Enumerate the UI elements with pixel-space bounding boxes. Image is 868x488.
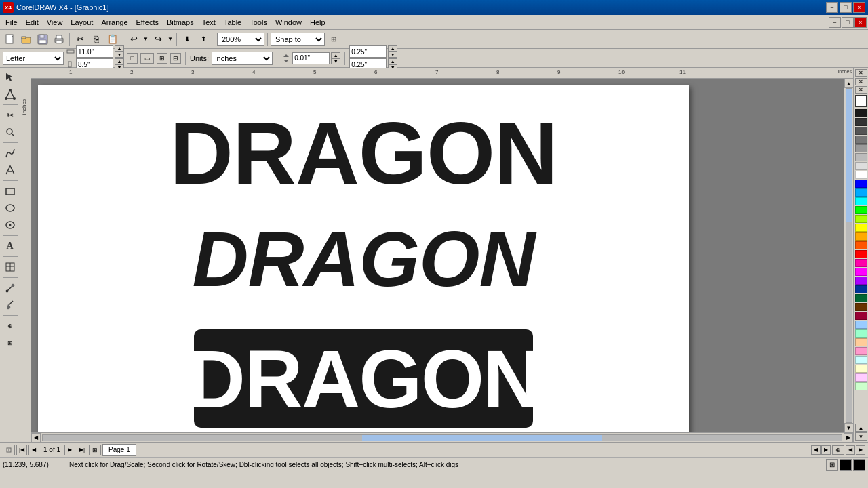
status-color-black[interactable] [840, 459, 852, 471]
bleed-icon[interactable]: ⊟ [170, 53, 181, 64]
snap-to-select[interactable]: Snap to [271, 33, 325, 46]
undo-dropdown[interactable]: ▼ [142, 32, 149, 47]
rectangle-tool[interactable] [2, 183, 18, 199]
page-grid-button[interactable]: ⊞ [89, 445, 101, 455]
color-swatch[interactable] [855, 382, 867, 390]
menu-edit[interactable]: Edit [22, 17, 43, 28]
color-swatch[interactable] [855, 127, 867, 135]
color-swatch[interactable] [855, 259, 867, 267]
page-tab-1[interactable]: Page 1 [102, 444, 136, 456]
palette-x-button[interactable]: ✕ [855, 69, 867, 77]
paintbucket-tool[interactable] [2, 297, 18, 313]
color-swatch[interactable] [855, 118, 867, 126]
paste-button[interactable]: 📋 [105, 32, 120, 47]
menu-file[interactable]: File [1, 17, 22, 28]
vscroll-up-button[interactable]: ▲ [844, 79, 854, 88]
polygon-tool[interactable] [2, 217, 18, 233]
undo-button[interactable]: ↩ [126, 32, 141, 47]
page-first-button[interactable]: |◀ [16, 445, 27, 455]
color-swatch[interactable] [855, 356, 867, 364]
redo-button[interactable]: ↪ [151, 32, 165, 47]
color-swatch[interactable] [855, 232, 867, 241]
save-button[interactable] [35, 32, 50, 47]
portrait-icon[interactable]: □ [127, 53, 138, 64]
inner-restore[interactable]: □ [842, 17, 854, 28]
palette-close-button[interactable]: ✕ [855, 78, 867, 85]
color-swatch[interactable] [855, 321, 867, 329]
page-nav-right[interactable]: ▶ [856, 445, 865, 455]
copy-button[interactable]: ⎘ [89, 32, 104, 47]
page-size-select[interactable]: Letter A4 Legal [3, 52, 64, 65]
menu-help[interactable]: Help [306, 17, 330, 28]
canvas-area[interactable]: 1 2 3 4 5 6 7 8 9 10 11 inches inches [20, 68, 853, 442]
extrude-tool[interactable]: ⊞ [2, 335, 18, 351]
color-swatch[interactable] [855, 250, 867, 258]
hscroll-thumb[interactable] [362, 435, 601, 441]
units-select[interactable]: inches mm cm pixels [212, 52, 273, 65]
current-fill-swatch[interactable] [855, 95, 867, 107]
ellipse-tool[interactable] [2, 200, 18, 216]
color-swatch[interactable] [855, 136, 867, 144]
menu-bitmaps[interactable]: Bitmaps [163, 17, 198, 28]
menu-table[interactable]: Table [220, 17, 245, 28]
inner-minimize[interactable]: − [829, 17, 841, 28]
crop-tool[interactable]: ✂ [2, 107, 18, 123]
color-swatch[interactable] [855, 241, 867, 249]
smart-draw-tool[interactable] [2, 162, 18, 178]
color-swatch[interactable] [855, 162, 867, 170]
color-swatch[interactable] [855, 338, 867, 346]
import-button[interactable]: ⬇ [180, 32, 195, 47]
color-swatch[interactable] [855, 365, 867, 373]
hscroll-left-button[interactable]: ◀ [31, 433, 41, 443]
vscroll-track[interactable] [846, 88, 852, 423]
color-swatch[interactable] [855, 224, 867, 232]
nudge-input[interactable] [292, 52, 330, 64]
color-swatch[interactable] [855, 197, 867, 205]
freehand-tool[interactable] [2, 145, 18, 161]
page-prev-button[interactable]: ◀ [28, 445, 39, 455]
status-snap-button[interactable]: ⊞ [826, 459, 838, 471]
offset-x-input[interactable] [349, 45, 387, 58]
inner-close[interactable]: × [854, 17, 867, 28]
vscroll-thumb[interactable] [846, 89, 852, 222]
color-swatch[interactable] [855, 153, 867, 161]
status-color-fill[interactable] [853, 459, 865, 471]
menu-text[interactable]: Text [198, 17, 220, 28]
dragon-text-3[interactable]: DRAGON [186, 332, 540, 426]
color-swatch[interactable] [855, 277, 867, 285]
color-swatch[interactable] [855, 171, 867, 179]
color-swatch[interactable] [855, 285, 867, 293]
canvas-right-button[interactable]: ▶ [821, 445, 831, 455]
hscroll-right-button[interactable]: ▶ [844, 433, 853, 443]
white-page[interactable]: DRAGON DRAGON DRAGON [38, 85, 689, 442]
color-swatch[interactable] [855, 312, 867, 320]
dragon-text-1[interactable]: DRAGON [170, 102, 557, 204]
page-last-button[interactable]: ▶| [77, 445, 87, 455]
maximize-button[interactable]: □ [840, 2, 852, 13]
close-button[interactable]: × [853, 2, 865, 13]
selector-tool[interactable] [2, 69, 18, 85]
snap-options-button[interactable]: ⊞ [326, 32, 341, 47]
eyedropper-tool[interactable] [2, 280, 18, 296]
menu-arrange[interactable]: Arrange [97, 17, 132, 28]
table-tool[interactable] [2, 259, 18, 275]
print-button[interactable] [52, 32, 66, 47]
page-width-input[interactable] [76, 45, 113, 58]
page-layout-icon[interactable]: ⊞ [157, 53, 167, 64]
minimize-button[interactable]: − [826, 2, 838, 13]
color-swatch[interactable] [855, 303, 867, 311]
export-button[interactable]: ⬆ [196, 32, 211, 47]
width-down-button[interactable]: ▼ [115, 52, 124, 58]
palette-scroll-down[interactable]: ▼ [855, 432, 867, 441]
menu-window[interactable]: Window [271, 17, 306, 28]
open-button[interactable] [19, 32, 34, 47]
menu-tools[interactable]: Tools [245, 17, 271, 28]
color-swatch[interactable] [855, 109, 867, 117]
menu-layout[interactable]: Layout [66, 17, 97, 28]
color-swatch[interactable] [855, 373, 867, 382]
offset-x-down-button[interactable]: ▼ [388, 52, 397, 58]
page-nav-left[interactable]: ◀ [846, 445, 855, 455]
palette-pin-button[interactable]: ✕ [855, 86, 867, 94]
color-swatch[interactable] [855, 347, 867, 355]
color-swatch[interactable] [855, 268, 867, 276]
